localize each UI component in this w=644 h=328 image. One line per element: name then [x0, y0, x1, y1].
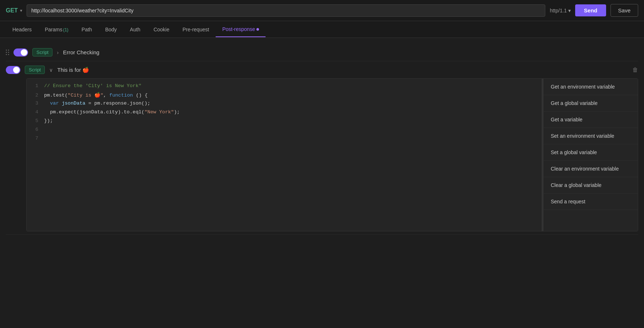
- code-line-3: 3 var jsonData = pm.response.json();: [27, 101, 542, 109]
- script-badge-2: Script: [25, 66, 45, 74]
- snippet-get-var[interactable]: Get a variable: [543, 112, 638, 128]
- snippet-get-env-var[interactable]: Get an environment variable: [543, 79, 638, 95]
- tabs-bar: Headers Params(1) Path Body Auth Cookie …: [0, 21, 644, 38]
- main-content: Script › Error Checking Script ∨ This is…: [0, 38, 644, 328]
- drag-handle-1[interactable]: [6, 50, 9, 55]
- code-line-4: 4 pm.expect(jsonData.city).to.eql("New Y…: [27, 109, 542, 118]
- top-bar: GET ▾ http/1.1 ▾ Send Save: [0, 0, 644, 21]
- script-row-2: Script ∨ This is for 🍎 🗑: [6, 61, 638, 75]
- delete-script-icon[interactable]: 🗑: [632, 67, 638, 73]
- url-input[interactable]: [27, 4, 546, 17]
- chevron-right-icon-1[interactable]: ›: [57, 50, 59, 55]
- snippet-send-request[interactable]: Send a request: [543, 194, 638, 210]
- http-version-chevron-icon: ▾: [568, 8, 571, 13]
- code-line-6: 6: [27, 127, 542, 136]
- code-line-7: 7: [27, 136, 542, 144]
- tab-post-response[interactable]: Post-response: [216, 22, 266, 37]
- script-label-2: This is for 🍎: [57, 67, 89, 73]
- code-line-2: 2 pm.test("City is 🍎", function () {: [27, 92, 542, 101]
- script-block-2: Script ∨ This is for 🍎 🗑 1 // Ensure the…: [6, 61, 638, 235]
- code-line-5: 5 });: [27, 118, 542, 127]
- tab-auth[interactable]: Auth: [123, 22, 147, 37]
- code-editor[interactable]: 1 // Ensure the 'City' is New York" 2 pm…: [27, 79, 542, 231]
- tab-pre-request[interactable]: Pre-request: [176, 22, 216, 37]
- tab-path[interactable]: Path: [75, 22, 99, 37]
- code-line-1: 1 // Ensure the 'City' is New York": [27, 83, 542, 92]
- script-badge-1: Script: [32, 48, 52, 56]
- snippet-clear-global-var[interactable]: Clear a global variable: [543, 177, 638, 194]
- toggle-1[interactable]: [13, 48, 28, 56]
- active-dot: [256, 28, 259, 31]
- toggle-2[interactable]: [6, 66, 20, 74]
- tab-cookie[interactable]: Cookie: [147, 22, 176, 37]
- script-label-1: Error Checking: [63, 49, 99, 55]
- method-label: GET: [6, 7, 18, 14]
- tab-params[interactable]: Params(1): [38, 22, 75, 37]
- script-row-1: Script › Error Checking: [6, 44, 638, 61]
- http-version-selector[interactable]: http/1.1 ▾: [550, 8, 571, 13]
- chevron-down-icon-2[interactable]: ∨: [49, 67, 53, 73]
- tab-body[interactable]: Body: [99, 22, 123, 37]
- save-button[interactable]: Save: [610, 4, 638, 17]
- snippet-set-global-var[interactable]: Set a global variable: [543, 144, 638, 161]
- editor-wrapper: 1 // Ensure the 'City' is New York" 2 pm…: [26, 78, 638, 231]
- snippets-sidebar: Get an environment variable Get a global…: [543, 79, 638, 231]
- send-button[interactable]: Send: [575, 4, 606, 16]
- snippet-get-global-var[interactable]: Get a global variable: [543, 95, 638, 112]
- method-selector[interactable]: GET ▾: [6, 7, 22, 14]
- snippet-clear-env-var[interactable]: Clear an environment variable: [543, 161, 638, 177]
- tab-headers[interactable]: Headers: [6, 22, 38, 37]
- http-version-label: http/1.1: [550, 8, 567, 13]
- snippet-set-env-var[interactable]: Set an environment variable: [543, 128, 638, 144]
- method-chevron-icon: ▾: [20, 8, 22, 13]
